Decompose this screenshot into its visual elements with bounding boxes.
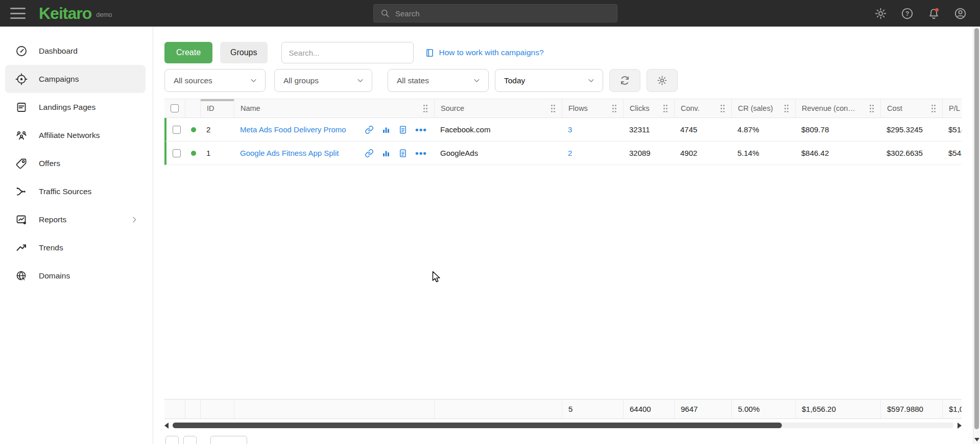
drag-handle-icon[interactable] <box>720 104 725 113</box>
settings-gear-icon[interactable] <box>874 7 887 20</box>
horizontal-scroll-thumb[interactable] <box>173 423 782 428</box>
sidebar-item-affiliate-networks[interactable]: Affiliate Networks <box>5 121 146 149</box>
drag-handle-icon[interactable] <box>784 104 789 113</box>
select-all-cell <box>164 99 185 118</box>
campaigns-icon <box>15 73 28 85</box>
totals-flows: 5 <box>562 400 623 418</box>
more-actions-icon[interactable]: ••• <box>415 127 427 132</box>
date-range-select[interactable]: Today <box>495 69 603 92</box>
hamburger-menu-icon[interactable] <box>10 8 26 19</box>
sidebar-item-trends[interactable]: Trends <box>5 233 146 262</box>
global-search[interactable] <box>373 4 617 22</box>
user-account-icon[interactable] <box>954 7 967 20</box>
book-icon <box>425 48 435 58</box>
drag-handle-icon[interactable] <box>612 104 617 113</box>
campaign-stats-icon[interactable] <box>381 125 391 134</box>
date-range-value: Today <box>504 76 525 85</box>
groups-filter-value: All groups <box>283 76 319 85</box>
column-header-pl[interactable]: P/L ( <box>942 99 962 118</box>
campaigns-search-input[interactable] <box>281 42 414 63</box>
sidebar-item-dashboard[interactable]: Dashboard <box>5 37 146 65</box>
vertical-scrollbar[interactable] <box>973 27 980 444</box>
column-header-cost[interactable]: Cost <box>880 99 942 118</box>
scroll-left-arrow[interactable] <box>164 423 169 429</box>
more-actions-icon[interactable]: ••• <box>415 151 427 156</box>
table-row[interactable]: 2 Meta Ads Food Delivery Promo <box>164 118 962 142</box>
help-icon[interactable]: ? <box>901 7 914 20</box>
sidebar-item-label: Affiliate Networks <box>39 131 100 140</box>
drag-handle-icon[interactable] <box>551 104 556 113</box>
column-header-source[interactable]: Source <box>434 99 562 118</box>
campaign-checkbox[interactable] <box>173 149 181 157</box>
select-all-checkbox[interactable] <box>171 104 179 112</box>
drag-handle-icon[interactable] <box>869 104 874 113</box>
scroll-right-arrow[interactable] <box>958 423 962 429</box>
column-header-cr-sales[interactable]: CR (sales) <box>731 99 795 118</box>
traffic-sources-icon <box>15 185 28 198</box>
campaigns-toolbar: Create Groups How to work with campaigns… <box>164 42 544 63</box>
states-filter-select[interactable]: All states <box>388 69 489 92</box>
column-header-clicks[interactable]: Clicks <box>623 99 674 118</box>
sidebar-item-domains[interactable]: Domains <box>5 262 146 290</box>
column-header-conv[interactable]: Conv. <box>674 99 731 118</box>
table-settings-button[interactable] <box>647 69 678 92</box>
campaign-stats-icon[interactable] <box>381 149 391 158</box>
refresh-button[interactable] <box>609 69 640 92</box>
groups-button[interactable]: Groups <box>220 42 267 63</box>
campaign-source: GoogleAds <box>434 149 562 157</box>
sources-filter-select[interactable]: All sources <box>164 69 266 92</box>
create-button[interactable]: Create <box>164 42 212 63</box>
help-campaigns-link[interactable]: How to work with campaigns? <box>425 48 544 58</box>
sidebar-item-campaigns[interactable]: Campaigns <box>5 65 146 93</box>
campaign-name-link[interactable]: Meta Ads Food Delivery Promo <box>240 125 346 134</box>
flows-count-link[interactable]: 3 <box>568 125 572 134</box>
pagination-button[interactable] <box>183 436 197 444</box>
refresh-icon <box>619 75 630 86</box>
scroll-down-arrow[interactable] <box>974 438 979 441</box>
drag-handle-icon[interactable] <box>663 104 668 113</box>
sidebar-item-label: Dashboard <box>39 46 78 56</box>
column-header-id[interactable]: ID <box>200 99 234 118</box>
campaign-report-icon[interactable] <box>398 149 408 158</box>
horizontal-scroll-track[interactable] <box>173 423 953 428</box>
chevron-down-icon <box>249 76 258 85</box>
landing-pages-icon <box>15 101 28 113</box>
row-actions: ••• <box>365 149 434 158</box>
drag-handle-icon[interactable] <box>931 104 936 113</box>
cost-value: $302.6635 <box>880 149 942 157</box>
vertical-scroll-thumb[interactable] <box>974 28 979 429</box>
brand-logo[interactable]: Keitaro <box>39 4 91 23</box>
flows-count-link[interactable]: 2 <box>568 149 572 157</box>
revenue-value: $846.42 <box>795 149 880 157</box>
pagination-button[interactable] <box>165 436 179 444</box>
campaign-checkbox[interactable] <box>173 126 181 134</box>
table-row[interactable]: 1 Google Ads Fitness App Split <box>164 142 962 165</box>
top-bar: Keitaro demo ? <box>0 0 980 27</box>
column-header-name[interactable]: Name <box>234 99 434 118</box>
campaign-name-link[interactable]: Google Ads Fitness App Split <box>240 149 339 157</box>
main-content: Create Groups How to work with campaigns… <box>153 27 980 444</box>
campaign-link-icon[interactable] <box>365 125 374 134</box>
table-totals-row: 5 64400 9647 5.00% $1,656.20 $597.9880 $… <box>164 399 962 419</box>
groups-filter-select[interactable]: All groups <box>274 69 372 92</box>
horizontal-scrollbar <box>164 422 962 429</box>
clicks-value: 32089 <box>623 149 674 157</box>
campaign-id: 2 <box>200 125 234 134</box>
column-header-flows[interactable]: Flows <box>562 99 623 118</box>
campaign-link-icon[interactable] <box>365 149 374 158</box>
totals-cost: $597.9880 <box>880 400 942 418</box>
drag-handle-icon[interactable] <box>423 104 428 113</box>
pagination-page-size[interactable] <box>210 436 247 444</box>
global-search-input[interactable] <box>395 9 611 18</box>
totals-pl: $1,05 <box>942 400 962 418</box>
sidebar-item-label: Reports <box>39 215 66 224</box>
sidebar-item-landings-pages[interactable]: Landings Pages <box>5 93 146 121</box>
sidebar-item-traffic-sources[interactable]: Traffic Sources <box>5 177 146 205</box>
domains-icon <box>15 270 28 282</box>
revenue-value: $809.78 <box>795 125 880 134</box>
notifications-bell-icon[interactable] <box>927 7 940 20</box>
sidebar-item-offers[interactable]: Offers <box>5 149 146 177</box>
column-header-revenue[interactable]: Revenue (con… <box>795 99 880 118</box>
campaign-report-icon[interactable] <box>398 125 408 134</box>
sidebar-item-reports[interactable]: Reports <box>5 205 146 233</box>
